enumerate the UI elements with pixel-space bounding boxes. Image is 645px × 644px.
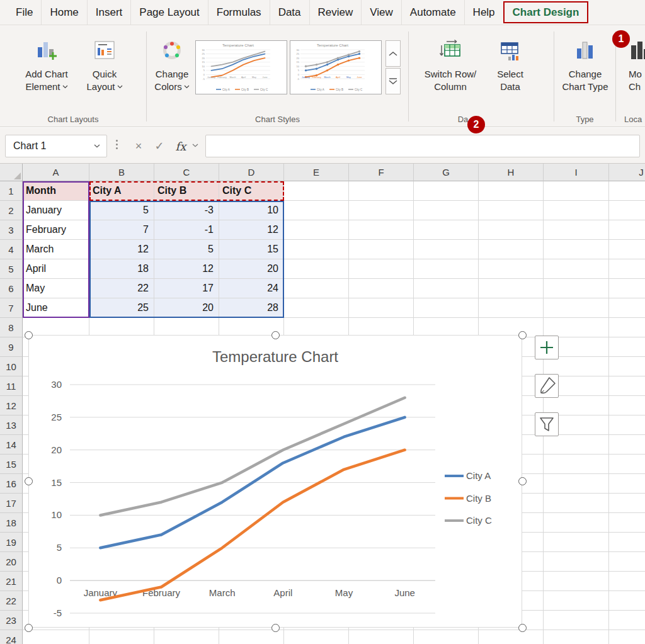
cell-I14[interactable] [544,435,609,455]
row-header-21[interactable]: 21 [0,572,23,591]
cell-H5[interactable] [479,259,544,279]
chart-handle-middle-right[interactable] [518,477,527,485]
row-header-12[interactable]: 12 [0,396,23,415]
chart[interactable]: Temperature Chart302520151050-5JanuaryFe… [28,335,522,628]
cell-D3[interactable]: 12 [219,220,284,240]
cell-J19[interactable] [609,533,645,552]
ribbon-tab-chart-design[interactable]: Chart Design [503,1,589,23]
cell-I19[interactable] [544,533,609,552]
cell-I20[interactable] [544,552,609,572]
cell-H24[interactable] [479,630,544,644]
cell-G4[interactable] [414,240,479,259]
cell-J8[interactable] [609,318,645,337]
cell-I24[interactable] [544,630,609,644]
row-header-2[interactable]: 2 [0,201,23,220]
cell-C4[interactable]: 5 [154,240,219,259]
cell-G7[interactable] [414,298,479,318]
row-header-23[interactable]: 23 [0,611,23,630]
chart-styles-button[interactable] [535,374,559,398]
cell-J5[interactable] [609,259,645,279]
cell-I5[interactable] [544,259,609,279]
cell-H1[interactable] [479,181,544,201]
chart-style-2-thumbnail[interactable]: Temperature Chart302520151050-5JanuaryFe… [290,40,382,94]
chart-handle-middle-left[interactable] [25,477,33,485]
cell-C1[interactable]: City B [154,181,219,201]
cell-F1[interactable] [349,181,414,201]
insert-function-button[interactable]: fx [171,135,190,157]
cell-A6[interactable]: May [23,279,89,298]
cell-J23[interactable] [609,611,645,630]
cell-J12[interactable] [609,396,645,415]
cell-H7[interactable] [479,298,544,318]
column-header-I[interactable]: I [544,164,609,181]
quick-layout-button[interactable]: Quick Layout [79,33,130,93]
ribbon-tab-page-layout[interactable]: Page Layout [130,0,207,25]
ribbon-tab-insert[interactable]: Insert [87,0,131,25]
cell-B24[interactable] [89,630,154,644]
cell-D7[interactable]: 28 [219,298,284,318]
name-box[interactable]: Chart 1 [5,135,107,157]
chart-handle-top-right[interactable] [518,331,527,339]
cell-A5[interactable]: April [23,259,89,279]
cell-J10[interactable] [609,357,645,376]
cell-I23[interactable] [544,611,609,630]
ribbon-tab-file[interactable]: File [8,0,41,25]
cell-J4[interactable] [609,240,645,259]
chart-handle-bottom-left[interactable] [25,624,33,632]
ribbon-tab-view[interactable]: View [361,0,401,25]
row-header-3[interactable]: 3 [0,220,23,240]
cell-B3[interactable]: 7 [89,220,154,240]
cell-A4[interactable]: March [23,240,89,259]
cell-D6[interactable]: 24 [219,279,284,298]
row-header-13[interactable]: 13 [0,415,23,435]
select-data-button[interactable]: Select Data [492,33,528,93]
cell-I6[interactable] [544,279,609,298]
row-header-6[interactable]: 6 [0,279,23,298]
row-header-8[interactable]: 8 [0,318,23,337]
cell-I21[interactable] [544,572,609,591]
chart-handle-bottom-right[interactable] [518,624,527,632]
cell-C2[interactable]: -3 [154,201,219,220]
cell-C5[interactable]: 12 [154,259,219,279]
cell-G2[interactable] [414,201,479,220]
cell-J14[interactable] [609,435,645,455]
ribbon-tab-formulas[interactable]: Formulas [208,0,270,25]
cell-A7[interactable]: June [23,298,89,318]
cell-J22[interactable] [609,591,645,611]
cell-H3[interactable] [479,220,544,240]
cell-G6[interactable] [414,279,479,298]
cell-B1[interactable]: City A [89,181,154,201]
chart-elements-button[interactable] [535,336,559,359]
change-chart-type-button[interactable]: Change Chart Type [557,33,613,93]
cell-H2[interactable] [479,201,544,220]
chart-filters-button[interactable] [535,412,559,436]
column-header-A[interactable]: A [23,164,89,181]
cell-J2[interactable] [609,201,645,220]
row-header-4[interactable]: 4 [0,240,23,259]
change-colors-button[interactable]: Change Colors [149,33,195,93]
cell-J1[interactable] [609,181,645,201]
column-header-G[interactable]: G [414,164,479,181]
row-header-11[interactable]: 11 [0,376,23,396]
column-header-D[interactable]: D [219,164,284,181]
cell-A2[interactable]: January [23,201,89,220]
styles-more-button[interactable] [385,68,401,94]
ribbon-tab-home[interactable]: Home [41,0,86,25]
cell-I7[interactable] [544,298,609,318]
cell-I22[interactable] [544,591,609,611]
cell-F6[interactable] [349,279,414,298]
cell-D5[interactable]: 20 [219,259,284,279]
row-header-15[interactable]: 15 [0,455,23,474]
cell-G24[interactable] [414,630,479,644]
cell-I3[interactable] [544,220,609,240]
cell-I16[interactable] [544,474,609,494]
cell-G1[interactable] [414,181,479,201]
column-header-C[interactable]: C [154,164,219,181]
cell-J16[interactable] [609,474,645,494]
cell-C6[interactable]: 17 [154,279,219,298]
cell-H6[interactable] [479,279,544,298]
cell-B5[interactable]: 18 [89,259,154,279]
row-header-1[interactable]: 1 [0,181,23,201]
cell-B2[interactable]: 5 [89,201,154,220]
column-header-B[interactable]: B [89,164,154,181]
